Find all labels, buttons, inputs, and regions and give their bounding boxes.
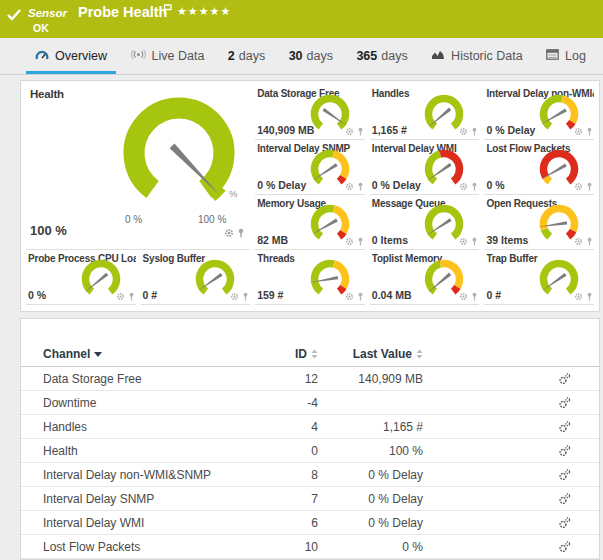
gauges-panel: Health 0 % 100 % % 100 % Data Storage Fr… bbox=[20, 80, 600, 312]
gear-icon[interactable] bbox=[224, 228, 234, 238]
channel-table-row[interactable]: Handles 4 1,165 # bbox=[21, 415, 599, 439]
pin-icon[interactable] bbox=[471, 292, 478, 301]
pin-icon[interactable] bbox=[586, 182, 593, 191]
pin-icon[interactable] bbox=[471, 127, 478, 136]
pin-icon[interactable] bbox=[471, 237, 478, 246]
tab-log[interactable]: Log bbox=[543, 38, 589, 74]
pin-icon[interactable] bbox=[586, 127, 593, 136]
gear-icon[interactable] bbox=[345, 292, 354, 301]
channel-gauge-tile[interactable]: Data Storage Free 140,909 MB bbox=[255, 85, 365, 140]
historic-icon bbox=[431, 49, 445, 63]
tab-2-days[interactable]: 2days bbox=[225, 38, 268, 74]
gear-icon[interactable] bbox=[116, 292, 125, 301]
gear-icon[interactable] bbox=[459, 237, 468, 246]
gauge-value: 0.04 MB bbox=[372, 289, 412, 301]
channel-settings-icon[interactable] bbox=[558, 373, 571, 385]
gear-icon[interactable] bbox=[230, 292, 239, 301]
pin-icon[interactable] bbox=[586, 292, 593, 301]
column-header-id[interactable]: ID bbox=[263, 347, 318, 361]
pin-icon[interactable] bbox=[586, 237, 593, 246]
column-header-last-value[interactable]: Last Value bbox=[318, 347, 423, 361]
channel-gauge-tile[interactable]: Trap Buffer 0 # bbox=[484, 250, 594, 305]
health-gauge bbox=[92, 89, 268, 219]
channel-gauge-tile[interactable]: Interval Delay SNMP 0 % Delay bbox=[255, 140, 365, 195]
channel-gauge-tile[interactable]: Toplist Memory 0.04 MB bbox=[370, 250, 480, 305]
sensor-status-badge: OK bbox=[33, 22, 49, 34]
gear-icon[interactable] bbox=[574, 292, 583, 301]
pin-icon[interactable] bbox=[242, 292, 249, 301]
channel-settings-icon[interactable] bbox=[558, 469, 571, 481]
gauge-grid: Health 0 % 100 % % 100 % Data Storage Fr… bbox=[26, 85, 594, 305]
channel-settings-icon[interactable] bbox=[558, 445, 571, 457]
channel-last-value-cell: 0 % Delay bbox=[318, 516, 423, 530]
channel-table-row[interactable]: Health 0 100 % bbox=[21, 439, 599, 463]
channel-id-cell: 12 bbox=[263, 372, 318, 386]
gauge-value: 0 Items bbox=[372, 234, 408, 246]
channel-table-row[interactable]: Data Storage Free 12 140,909 MB bbox=[21, 367, 599, 391]
channel-gauge-tile[interactable]: Probe Process CPU Load 0 % bbox=[26, 250, 136, 305]
channel-table-row[interactable]: Interval Delay non-WMI&SNMP 8 0 % Delay bbox=[21, 463, 599, 487]
priority-stars[interactable]: ★★★★★ bbox=[177, 5, 231, 18]
gear-icon[interactable] bbox=[459, 292, 468, 301]
tab-overview[interactable]: Overview bbox=[32, 38, 110, 74]
table-body: Data Storage Free 12 140,909 MB Downtime… bbox=[21, 367, 599, 559]
channel-table-row[interactable]: Downtime -4 bbox=[21, 391, 599, 415]
column-header-channel[interactable]: Channel bbox=[43, 347, 263, 361]
gear-icon[interactable] bbox=[345, 127, 354, 136]
channel-name-cell: Interval Delay WMI bbox=[43, 516, 263, 530]
channel-gauge-tile[interactable]: Interval Delay non-WMI&SNMP 0 % Delay bbox=[484, 85, 594, 140]
pin-icon[interactable] bbox=[357, 182, 364, 191]
pin-icon[interactable] bbox=[357, 127, 364, 136]
channel-settings-icon[interactable] bbox=[558, 493, 571, 505]
gear-icon[interactable] bbox=[459, 127, 468, 136]
pin-icon[interactable] bbox=[357, 237, 364, 246]
channel-last-value-cell: 100 % bbox=[318, 444, 423, 458]
sensor-type-label: Sensor bbox=[28, 7, 67, 19]
channel-gauge-tile[interactable]: Threads 159 # bbox=[255, 250, 365, 305]
channel-gauge-tile[interactable]: Handles 1,165 # bbox=[370, 85, 480, 140]
gauge-scale-min: 0 % bbox=[125, 214, 142, 225]
sensor-title: Probe Health bbox=[78, 4, 167, 20]
gauge-value: 39 Items bbox=[486, 234, 528, 246]
channel-table-row[interactable]: Interval Delay SNMP 7 0 % Delay bbox=[21, 487, 599, 511]
sensor-header: Sensor Probe Health ★★★★★ OK bbox=[0, 0, 603, 38]
channel-table-row[interactable]: Interval Delay WMI 6 0 % Delay bbox=[21, 511, 599, 535]
channel-gauge-tile[interactable]: Interval Delay WMI 0 % Delay bbox=[370, 140, 480, 195]
channel-gauge-tile[interactable]: Message Queue 0 Items bbox=[370, 195, 480, 250]
gear-icon[interactable] bbox=[459, 182, 468, 191]
channel-gauge-tile[interactable]: Syslog Buffer 0 # bbox=[141, 250, 251, 305]
channel-name-cell: Interval Delay SNMP bbox=[43, 492, 263, 506]
channel-gauge-tile[interactable]: Lost Flow Packets 0 % bbox=[484, 140, 594, 195]
channel-gauge-tile[interactable]: Memory Usage 82 MB bbox=[255, 195, 365, 250]
sort-both-icon bbox=[311, 349, 318, 359]
priority-flag-icon[interactable] bbox=[163, 4, 172, 15]
pin-icon[interactable] bbox=[471, 182, 478, 191]
gear-icon[interactable] bbox=[345, 237, 354, 246]
tab-30-days[interactable]: 30days bbox=[286, 38, 336, 74]
pin-icon[interactable] bbox=[237, 228, 245, 238]
channel-gauge-tile[interactable]: Open Requests 39 Items bbox=[484, 195, 594, 250]
gear-icon[interactable] bbox=[345, 182, 354, 191]
channel-last-value-cell: 140,909 MB bbox=[318, 372, 423, 386]
tab-live-data[interactable]: Live Data bbox=[128, 38, 208, 74]
channel-settings-icon[interactable] bbox=[558, 397, 571, 409]
gear-icon[interactable] bbox=[574, 237, 583, 246]
pin-icon[interactable] bbox=[128, 292, 135, 301]
channel-settings-icon[interactable] bbox=[558, 541, 571, 553]
pin-icon[interactable] bbox=[357, 292, 364, 301]
gauge-value: 0 % bbox=[486, 179, 504, 191]
channel-name-cell: Interval Delay non-WMI&SNMP bbox=[43, 468, 263, 482]
channel-name-cell: Data Storage Free bbox=[43, 372, 263, 386]
sort-desc-icon bbox=[94, 351, 102, 357]
channel-settings-icon[interactable] bbox=[558, 517, 571, 529]
channel-settings-icon[interactable] bbox=[558, 421, 571, 433]
tab-365-days[interactable]: 365days bbox=[353, 38, 410, 74]
log-icon bbox=[546, 49, 559, 63]
channel-table-row[interactable]: Lost Flow Packets 10 0 % bbox=[21, 535, 599, 559]
channel-id-cell: 0 bbox=[263, 444, 318, 458]
health-gauge-tile[interactable]: Health 0 % 100 % % 100 % bbox=[26, 85, 250, 250]
gear-icon[interactable] bbox=[574, 127, 583, 136]
tab-historic-data[interactable]: Historic Data bbox=[428, 38, 526, 74]
channel-name-cell: Handles bbox=[43, 420, 263, 434]
gear-icon[interactable] bbox=[574, 182, 583, 191]
